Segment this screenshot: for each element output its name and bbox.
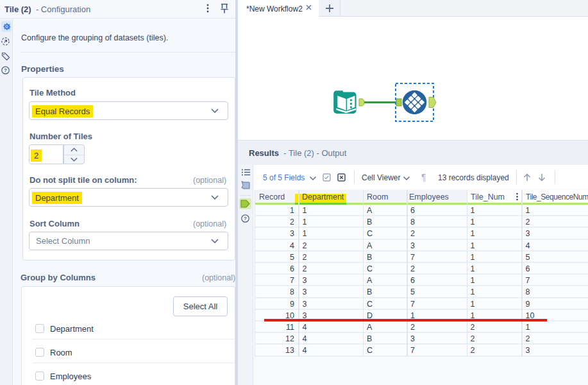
svg-text:?: ? bbox=[4, 67, 7, 73]
svg-text:?: ? bbox=[244, 216, 247, 221]
